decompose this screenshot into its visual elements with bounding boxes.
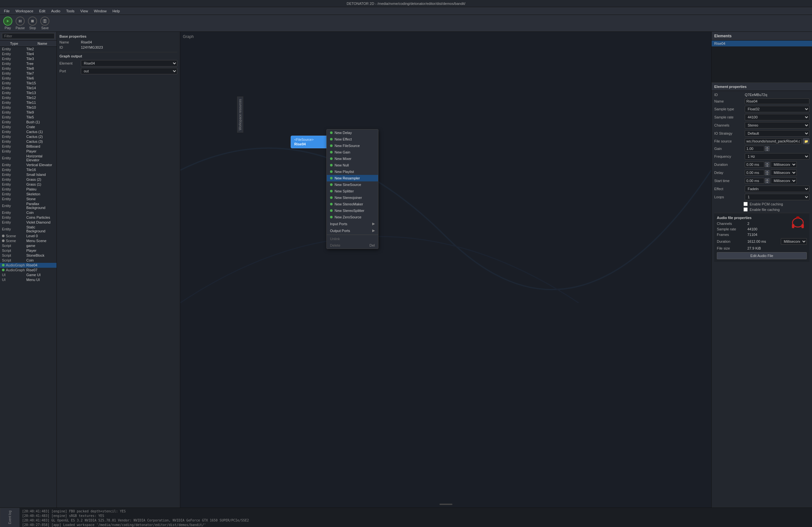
context-menu-item[interactable]: New Gain — [327, 149, 378, 155]
entity-row[interactable]: EntityCrate — [0, 125, 57, 130]
event-log-tab[interactable]: Event log — [0, 508, 19, 527]
play-button[interactable]: Play — [3, 17, 12, 30]
context-menu-item[interactable]: New Delay — [327, 130, 378, 136]
ep-start-time-down[interactable]: ▼ — [765, 181, 769, 183]
entity-row[interactable]: EntityPlateu — [0, 187, 57, 192]
entity-row[interactable]: UIGame UI — [0, 273, 57, 277]
context-menu-item[interactable]: New ZeroSource — [327, 214, 378, 220]
context-menu-item[interactable]: New SineSource — [327, 181, 378, 188]
entity-row[interactable]: EntityTile11 — [0, 100, 57, 105]
filter-input[interactable] — [2, 33, 55, 39]
ep-frequency-select[interactable]: 1 Hz — [745, 153, 809, 160]
entity-row[interactable]: EntityGrass (1) — [0, 182, 57, 187]
entity-row[interactable]: SceneMenu Scene — [0, 239, 57, 243]
entity-row[interactable]: EntityTile15 — [0, 81, 57, 86]
entity-row[interactable]: EntityGrass (2) — [0, 177, 57, 182]
entity-row[interactable]: EntityCoin — [0, 210, 57, 215]
entity-row[interactable]: EntityCactus (2) — [0, 134, 57, 139]
ep-channels-select[interactable]: Stereo — [745, 122, 809, 129]
entity-row[interactable]: AudioGraphRise07 — [0, 268, 57, 273]
entity-row[interactable]: EntityParallax Background — [0, 201, 57, 210]
entity-row[interactable]: EntityStone — [0, 197, 57, 201]
context-menu-item[interactable]: New Effect — [327, 136, 378, 142]
ep-duration-input[interactable] — [745, 162, 764, 167]
context-menu-item[interactable]: New Null — [327, 162, 378, 168]
ep-delay-unit-select[interactable]: Milliseconds — [771, 169, 797, 176]
menu-window[interactable]: Window — [91, 9, 109, 14]
entity-row[interactable]: EntityBush (1) — [0, 120, 57, 125]
save-button[interactable]: Save — [40, 17, 49, 30]
menu-workspace[interactable]: Workspace — [13, 9, 36, 14]
entity-row[interactable]: EntityHorizontal Elevator — [0, 154, 57, 163]
entity-row[interactable]: EntityVertical Elevator — [0, 163, 57, 167]
context-menu-item[interactable]: New Resampler — [327, 175, 378, 181]
context-menu-item[interactable]: Input Ports▶ — [327, 220, 378, 227]
graph-node-filesource[interactable]: <FileSource> Rise04 out — [291, 136, 330, 148]
entity-row[interactable]: EntityTile9 — [0, 110, 57, 115]
port-select[interactable]: out — [81, 68, 177, 74]
entity-row[interactable]: EntityCactus (3) — [0, 139, 57, 144]
ep-pcm-cache-checkbox[interactable] — [743, 202, 748, 206]
entity-row[interactable]: ScriptCoin — [0, 258, 57, 263]
menu-edit[interactable]: Edit — [37, 9, 48, 14]
ep-duration-down[interactable]: ▼ — [765, 165, 769, 167]
edit-audio-file-button[interactable]: Edit Audio File — [717, 252, 807, 259]
entity-row[interactable]: EntityTile2 — [0, 47, 57, 51]
menu-view[interactable]: View — [78, 9, 91, 14]
entity-row[interactable]: EntityTree — [0, 61, 57, 66]
entity-row[interactable]: EntitySmall Island — [0, 172, 57, 177]
entity-row[interactable]: EntityTile7 — [0, 71, 57, 76]
ep-file-cache-checkbox[interactable] — [743, 207, 748, 212]
entity-row[interactable]: EntityCactus (1) — [0, 130, 57, 134]
entity-row[interactable]: AudioGraphRise04 — [0, 263, 57, 268]
entity-row[interactable]: EntityTile8 — [0, 66, 57, 71]
menu-file[interactable]: File — [1, 9, 12, 14]
entity-row[interactable]: EntityTile10 — [0, 105, 57, 110]
context-menu-item[interactable]: New Playlist — [327, 168, 378, 175]
entity-row[interactable]: Scriptgame — [0, 243, 57, 248]
entity-row[interactable]: EntityBillboard — [0, 144, 57, 149]
ep-sample-rate-select[interactable]: 44100 — [745, 114, 809, 120]
entity-row[interactable]: EntityTile16 — [0, 167, 57, 172]
context-menu-item[interactable]: New StereoMaker — [327, 201, 378, 207]
ep-name-input[interactable] — [745, 98, 809, 104]
ep-file-source-input[interactable] — [745, 138, 802, 144]
menu-tools[interactable]: Tools — [64, 9, 77, 14]
entity-row[interactable]: SceneLevel 0 — [0, 234, 57, 239]
entity-row[interactable]: EntityTile13 — [0, 91, 57, 95]
entity-row[interactable]: UIMenu UI — [0, 277, 57, 282]
entity-row[interactable]: EntityViolet Diamond — [0, 220, 57, 225]
ep-start-time-unit-select[interactable]: Milliseconds — [771, 178, 797, 184]
context-menu-item[interactable]: Output Ports▶ — [327, 227, 378, 234]
ep-duration-unit-select[interactable]: Milliseconds — [771, 161, 797, 168]
elements-item-rise04[interactable]: Rise04 — [712, 41, 812, 46]
context-menu-item[interactable]: New Mixer — [327, 155, 378, 162]
context-menu-item[interactable]: New StereoSplitter — [327, 207, 378, 214]
ep-effect-select[interactable]: Fadeln — [745, 186, 809, 192]
menu-audio[interactable]: Audio — [49, 9, 63, 14]
ep-sample-type-select[interactable]: Float32 — [745, 106, 809, 112]
ep-gain-up[interactable]: ▲ — [765, 146, 769, 149]
entity-row[interactable]: ScriptStoneBlock — [0, 253, 57, 258]
entity-row[interactable]: EntityTile3 — [0, 57, 57, 61]
entity-row[interactable]: EntityCoins Particles — [0, 215, 57, 220]
menu-help[interactable]: Help — [110, 9, 122, 14]
entity-row[interactable]: EntityStatic Background — [0, 225, 57, 234]
context-menu-item[interactable]: New Splitter — [327, 188, 378, 194]
afp-duration-unit-select[interactable]: Milliseconds — [781, 238, 807, 245]
stop-button[interactable]: Stop — [28, 17, 37, 30]
ep-loops-select[interactable]: 1 — [745, 194, 809, 200]
entity-row[interactable]: EntityTile14 — [0, 86, 57, 91]
entity-row[interactable]: EntityTile12 — [0, 95, 57, 100]
graph-area[interactable]: Workspace resources Graph <FileSource> R… — [180, 32, 711, 508]
ep-delay-up[interactable]: ▲ — [765, 170, 769, 172]
entity-row[interactable]: EntityTile4 — [0, 51, 57, 57]
entity-row[interactable]: EntitySkeleton — [0, 192, 57, 197]
ep-io-strategy-select[interactable]: Default — [745, 130, 809, 137]
ep-gain-input[interactable] — [745, 146, 764, 152]
ep-gain-down[interactable]: ▼ — [765, 149, 769, 151]
ep-duration-up[interactable]: ▲ — [765, 162, 769, 165]
entity-row[interactable]: EntityTile6 — [0, 76, 57, 81]
pause-button[interactable]: Pause — [16, 17, 25, 30]
entity-row[interactable]: EntityPlayer — [0, 149, 57, 154]
